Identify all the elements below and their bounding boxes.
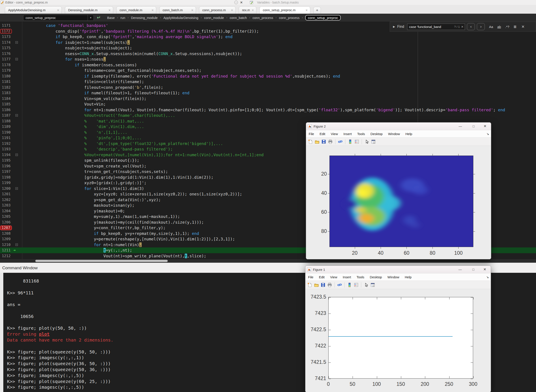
dock-figure-icon[interactable]: ↘ (486, 275, 489, 279)
line-number[interactable]: 1176 (0, 51, 11, 57)
line-number[interactable]: 1179 (0, 68, 11, 73)
line-number[interactable]: 1173 (0, 34, 11, 40)
line-number[interactable]: 1181 (0, 79, 11, 85)
line-number[interactable]: 1171 (0, 23, 11, 28)
save-figure-icon[interactable] (321, 139, 326, 144)
breadcrumb-item[interactable]: run (120, 16, 125, 20)
line-number[interactable]: 1197 (0, 169, 11, 174)
menu-desktop[interactable]: Desktop (370, 132, 383, 136)
breadcrumb-item[interactable]: ApplyModularDenoising (163, 16, 198, 20)
find-input[interactable]: case 'functional_band ? / 1 ✕ (407, 23, 465, 30)
menu-window[interactable]: Window (388, 275, 399, 279)
line-number[interactable]: 1191 (0, 135, 11, 141)
menu-desktop[interactable]: Desktop (370, 275, 382, 279)
menu-window[interactable]: Window (388, 132, 400, 136)
regex-button[interactable]: .*? (505, 25, 509, 29)
insert-colorbar-icon[interactable] (347, 282, 352, 288)
line-number[interactable]: 1204 (0, 208, 11, 214)
menu-view[interactable]: View (331, 132, 338, 136)
tab-close-icon[interactable]: ✕ (231, 9, 233, 12)
find-next-button[interactable]: › (477, 23, 485, 30)
minimize-button[interactable]: — (455, 266, 465, 273)
line-number[interactable]: 1202 (0, 197, 11, 203)
code-fold-icon[interactable]: − (15, 114, 18, 117)
tab-close-icon[interactable]: ✕ (108, 9, 111, 12)
breadcrumb-item[interactable]: conn_process (253, 16, 273, 20)
find-expander-icon[interactable]: ▶ (393, 25, 395, 28)
menu-edit[interactable]: Edit (320, 132, 325, 136)
menu-tools[interactable]: Tools (357, 275, 364, 279)
edit-plot-icon[interactable] (364, 139, 369, 144)
tab-conn_setup_preproc-m[interactable]: conn_setup_preproc.m✕ (259, 6, 310, 14)
line-number[interactable]: 1201 (0, 191, 11, 197)
line-number[interactable]: 1182 (0, 85, 11, 90)
tab-close-icon[interactable]: ✕ (57, 9, 59, 12)
line-number[interactable]: 1193 (0, 146, 11, 152)
line-number[interactable]: 1178 (0, 62, 11, 68)
find-previous-button[interactable]: ‹ (467, 23, 475, 30)
find-close-icon[interactable]: ✕ (522, 24, 525, 29)
code-fold-icon[interactable]: − (15, 154, 18, 156)
tab-close-icon[interactable]: ✕ (151, 9, 154, 12)
line-number[interactable]: 1187 (0, 113, 11, 118)
breadcrumb-current[interactable]: conn_setup_preproc (305, 15, 341, 20)
maximize-button[interactable]: □ (469, 122, 478, 130)
open-file-icon[interactable] (314, 282, 319, 288)
line-number[interactable]: 1206 (0, 219, 11, 225)
breadcrumb-item[interactable]: conn_process (279, 16, 299, 20)
insert-legend-icon[interactable] (354, 282, 359, 288)
line-number[interactable]: 1203 (0, 202, 11, 208)
new-file-icon[interactable] (308, 139, 313, 144)
menu-help[interactable]: Help (405, 275, 412, 279)
code-fold-icon[interactable]: − (15, 243, 18, 246)
edit-plot-icon[interactable] (364, 282, 369, 288)
maximize-button[interactable]: □ (469, 266, 478, 273)
line-number[interactable]: 1198 (0, 174, 11, 180)
line-number[interactable]: 1209 (0, 236, 11, 242)
breadcrumb-item[interactable]: Denosing_module (131, 16, 158, 20)
line-number[interactable]: 1192 (0, 141, 11, 147)
menu-tools[interactable]: Tools (357, 132, 365, 136)
error-doc-link[interactable]: plot (39, 331, 50, 337)
new-tab-button[interactable]: + (313, 7, 321, 14)
line-number[interactable]: 1172 (0, 28, 11, 34)
print-figure-icon[interactable] (327, 282, 332, 288)
menu-view[interactable]: View (330, 275, 337, 279)
insert-legend-icon[interactable] (354, 139, 359, 144)
line-number[interactable]: 1199 (0, 180, 11, 186)
line-number[interactable]: 1177 (0, 56, 11, 62)
tab-close-icon[interactable]: ✕ (252, 9, 254, 12)
menu-insert[interactable]: Insert (343, 275, 351, 279)
menu-insert[interactable]: Insert (343, 132, 352, 136)
line-number[interactable]: 1188 (0, 118, 11, 124)
dock-figure-icon[interactable]: ↘ (487, 132, 489, 135)
line-number[interactable]: 1210 (0, 242, 11, 248)
find-clear-icon[interactable]: ✕ (461, 25, 463, 28)
close-panel-icon[interactable]: ✕ (240, 1, 243, 4)
link-plot-icon[interactable] (337, 282, 342, 288)
menu-file[interactable]: File (308, 275, 313, 279)
line-number[interactable]: 1212 (0, 253, 11, 259)
line-number[interactable]: 1205 (0, 214, 11, 219)
open-file-icon[interactable] (315, 139, 320, 144)
line-number[interactable]: 1184 (0, 96, 11, 102)
hscrollbar-thumb[interactable] (35, 260, 168, 262)
collapse-panel-icon[interactable]: ⌄ (234, 1, 238, 4)
search-in-selection-icon[interactable]: ≣ (513, 24, 517, 29)
save-figure-icon[interactable] (321, 282, 326, 288)
code-fold-icon[interactable]: − (15, 187, 18, 190)
tab-conn_process-m[interactable]: conn_process.m✕ (199, 6, 236, 14)
line-number[interactable]: 1196 (0, 163, 11, 169)
line-number[interactable]: 1195 (0, 158, 11, 163)
line-number[interactable]: 1208 (0, 231, 11, 236)
figure2-image-axes[interactable] (330, 156, 473, 247)
line-number[interactable]: 1190 (0, 130, 11, 135)
link-plot-icon[interactable] (338, 139, 343, 144)
tab-denosing_module-m[interactable]: Denosing_module.m✕ (65, 6, 113, 14)
menu-help[interactable]: Help (405, 132, 412, 136)
property-inspector-icon[interactable] (371, 139, 376, 144)
line-number[interactable]: 1211 (0, 247, 11, 253)
tab-close-icon[interactable]: ✕ (305, 9, 308, 12)
line-number[interactable]: 1185 (0, 101, 11, 107)
tab-conn_batch-m[interactable]: conn_batch.m✕ (159, 6, 196, 14)
